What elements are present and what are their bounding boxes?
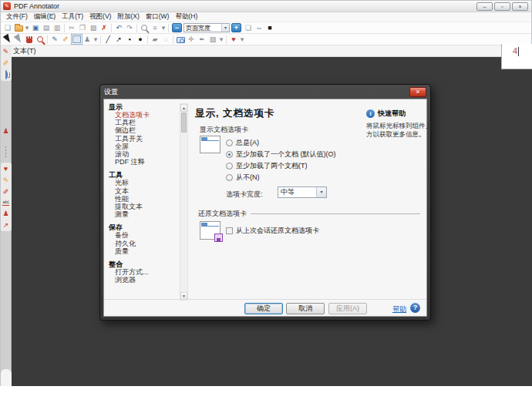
menu-help[interactable]: 帮助(H): [172, 12, 200, 22]
nav-item-pdf-annotations[interactable]: PDF 注释: [109, 158, 178, 166]
rail-marker-icon[interactable]: ✐: [3, 59, 9, 67]
dialog-close-button[interactable]: ×: [409, 87, 426, 97]
fit-width-icon[interactable]: ⇔: [254, 23, 264, 33]
tab-width-combobox[interactable]: 中等 ▾: [278, 186, 327, 198]
dialog-titlebar[interactable]: 设置 ×: [103, 85, 427, 99]
paste-icon[interactable]: ▨: [88, 23, 99, 33]
close-button[interactable]: ×: [512, 2, 528, 11]
view-options-dropdown-icon[interactable]: ▾: [160, 23, 167, 33]
nav-item-browser[interactable]: 浏览器: [109, 276, 178, 284]
snapshot-select-tool-icon[interactable]: [13, 35, 24, 45]
crop-tool-icon[interactable]: ✛: [186, 35, 197, 45]
nav-item-document-tabs[interactable]: 文档选项卡: [109, 111, 178, 119]
radio-at-least-two[interactable]: 至少加载了两个文档(T): [226, 161, 308, 171]
nav-item-backup[interactable]: 备份: [109, 231, 178, 239]
zoom-level-combobox[interactable]: 页面宽度 ▾: [184, 23, 230, 32]
menu-edit[interactable]: 编辑(E): [31, 12, 59, 22]
menu-view[interactable]: 视图(V): [86, 12, 114, 22]
chevron-down-icon[interactable]: ▾: [316, 187, 326, 197]
rectangle-tool-icon[interactable]: ▪: [124, 35, 135, 45]
stamp-tool-icon[interactable]: ♟: [82, 35, 93, 45]
find-icon[interactable]: [139, 23, 150, 33]
nav-item-performance[interactable]: 性能: [109, 195, 178, 203]
arrow-tool-icon[interactable]: ↗: [113, 35, 124, 45]
fit-page-icon[interactable]: ❏: [243, 23, 254, 33]
restore-checkbox[interactable]: [226, 227, 233, 234]
radio-button[interactable]: [226, 174, 233, 181]
rail-grip-handle[interactable]: [4, 146, 8, 158]
minimize-button[interactable]: –: [476, 2, 493, 11]
nav-item-cursor[interactable]: 光标: [109, 179, 178, 186]
menu-tools[interactable]: 工具(T): [59, 12, 86, 22]
new-document-icon[interactable]: ❏: [2, 23, 13, 33]
save-icon[interactable]: ▣: [30, 23, 41, 33]
help-link[interactable]: 帮助: [392, 304, 406, 314]
radio-button[interactable]: [226, 151, 233, 158]
nav-item-text[interactable]: 文本: [109, 187, 178, 195]
open-dropdown-icon[interactable]: ▾: [24, 23, 30, 33]
full-screen-icon[interactable]: ■: [264, 23, 275, 33]
scrollbar-thumb[interactable]: [181, 113, 187, 133]
menu-window[interactable]: 窗口(W): [143, 12, 173, 22]
page-number-box[interactable]: 4: [501, 44, 532, 69]
nav-scrollbar[interactable]: ▲ ▼: [180, 103, 188, 301]
nav-item-persistence[interactable]: 持久化: [109, 240, 178, 247]
attach-tool-icon[interactable]: ✒: [197, 35, 207, 45]
ellipse-tool-icon[interactable]: ●: [135, 35, 146, 45]
favorite-text-tool-icon[interactable]: ab|: [2, 200, 8, 206]
zoom-in-button[interactable]: +: [231, 23, 241, 32]
radio-button[interactable]: [226, 163, 233, 170]
radio-never[interactable]: 从不(N): [226, 173, 260, 183]
radio-at-least-one[interactable]: 至少加载了一个文档 (默认值)(O): [226, 149, 336, 160]
rail-pen-icon[interactable]: ✎: [3, 48, 9, 55]
nav-item-toolbars[interactable]: 工具栏: [109, 119, 178, 126]
favorites-dropdown-icon[interactable]: ▾: [239, 35, 245, 45]
favorite-marker-icon[interactable]: ✐: [3, 188, 9, 196]
cancel-button[interactable]: 取消: [286, 303, 325, 314]
nav-item-fullscreen[interactable]: 全屏: [109, 143, 178, 150]
line-tool-icon[interactable]: ╱: [103, 35, 113, 45]
favorite-arrow-icon[interactable]: ↗: [3, 221, 9, 229]
help-icon[interactable]: ?: [410, 303, 420, 313]
image-dropdown-icon[interactable]: ▾: [218, 35, 224, 45]
lasso-tool-icon[interactable]: ◌: [160, 35, 171, 45]
zoom-out-button[interactable]: −: [172, 23, 182, 32]
stamp-dropdown-icon[interactable]: ▾: [93, 35, 99, 45]
favorites-tool-icon[interactable]: ♥: [228, 35, 239, 45]
rail-attachment-icon[interactable]: [5, 71, 7, 79]
nav-item-measure[interactable]: 测量: [109, 210, 178, 218]
print-icon[interactable]: ▥: [52, 23, 62, 33]
radio-button[interactable]: [226, 139, 233, 146]
chevron-down-icon[interactable]: ▾: [221, 24, 229, 32]
nav-item-extract-text[interactable]: 提取文本: [109, 203, 178, 210]
snapshot-tool-icon[interactable]: [175, 35, 186, 45]
nav-item-quality[interactable]: 质量: [109, 247, 178, 255]
marker-tool-icon[interactable]: ✐: [60, 35, 71, 45]
eraser-tool-icon[interactable]: ▰: [150, 35, 160, 45]
text-tool-tab[interactable]: 文本(T): [13, 46, 36, 56]
nav-item-scrolling[interactable]: 滚动: [109, 150, 178, 158]
save-all-icon[interactable]: ▤: [41, 23, 52, 33]
redo-icon[interactable]: ↷: [124, 23, 135, 33]
maximize-button[interactable]: ▫: [494, 2, 510, 11]
apply-button[interactable]: 应用(A): [328, 303, 367, 314]
favorite-heart-icon[interactable]: ♥: [4, 165, 8, 173]
nav-item-open-with[interactable]: 打开方式...: [109, 268, 178, 276]
text-box-tool-icon[interactable]: [71, 35, 82, 45]
cut-icon[interactable]: ✂: [66, 23, 77, 33]
favorite-pencil-icon[interactable]: ✎: [3, 176, 9, 184]
favorite-stamp-icon[interactable]: ♟: [2, 210, 8, 217]
ok-button[interactable]: 确定: [244, 303, 283, 314]
menu-extras[interactable]: 附加(X): [114, 12, 142, 22]
radio-always[interactable]: 总是(A): [226, 138, 259, 148]
open-document-icon[interactable]: [13, 23, 24, 33]
nav-item-sidebar[interactable]: 侧边栏: [109, 126, 178, 134]
pan-tool-icon[interactable]: [24, 35, 35, 45]
restore-checkbox-row[interactable]: 从上次会话还原文档选项卡: [226, 226, 319, 236]
copy-icon[interactable]: ❐: [77, 23, 88, 33]
scroll-up-icon[interactable]: ▲: [180, 104, 187, 112]
menu-file[interactable]: 文件(F): [3, 12, 31, 22]
view-options-icon[interactable]: ≡: [150, 23, 160, 33]
rail-stamp-icon[interactable]: ♟: [2, 127, 8, 135]
nav-item-tool-switch[interactable]: 工具开关: [109, 135, 178, 143]
